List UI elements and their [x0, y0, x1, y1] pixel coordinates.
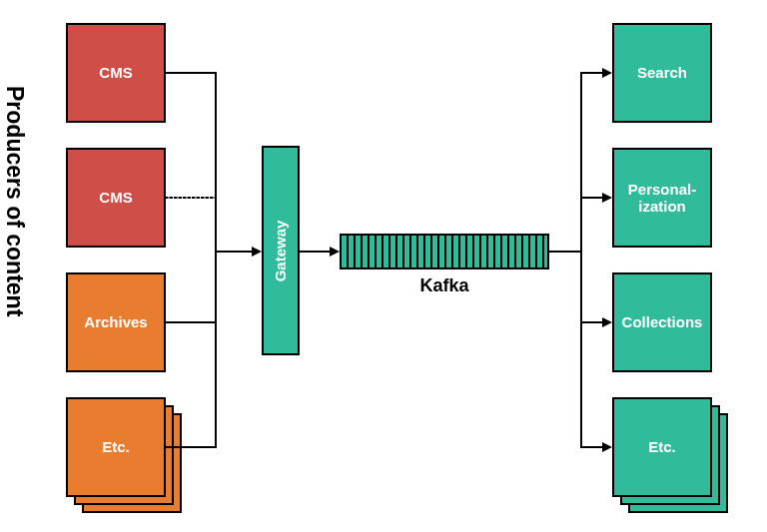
consumer-label: Search — [637, 64, 687, 81]
consumer-label: Etc. — [648, 438, 676, 455]
consumer-label: Collections — [622, 313, 703, 330]
consumer-box: Etc. — [612, 397, 712, 497]
producer-label: Archives — [84, 313, 147, 330]
svg-marker-8 — [330, 247, 340, 257]
consumer-box: Search — [612, 23, 712, 123]
producers-side-label: Producers of content — [1, 86, 28, 316]
producer-box: CMS — [66, 23, 166, 123]
producer-label: CMS — [99, 64, 132, 81]
producer-label: Etc. — [102, 438, 130, 455]
svg-marker-12 — [602, 68, 612, 78]
consumer-box: Personal- ization — [612, 148, 712, 248]
svg-marker-18 — [602, 442, 612, 452]
gateway-label: Gateway — [273, 220, 290, 281]
consumer-box: Collections — [612, 272, 712, 372]
producer-box: Archives — [66, 272, 166, 372]
gateway-node: Gateway — [262, 146, 300, 355]
svg-marker-6 — [252, 247, 262, 257]
producer-box: Etc. — [66, 397, 166, 497]
kafka-label: Kafka — [340, 275, 549, 296]
producer-label: CMS — [99, 189, 132, 206]
producer-box: CMS — [66, 148, 166, 248]
kafka-node: Kafka — [340, 234, 549, 296]
svg-marker-16 — [602, 317, 612, 327]
consumer-label: Personal- ization — [628, 181, 696, 216]
svg-marker-14 — [602, 193, 612, 203]
diagram-canvas: Producers of content Consumers of conten… — [0, 0, 767, 532]
kafka-bar-icon — [340, 234, 549, 269]
